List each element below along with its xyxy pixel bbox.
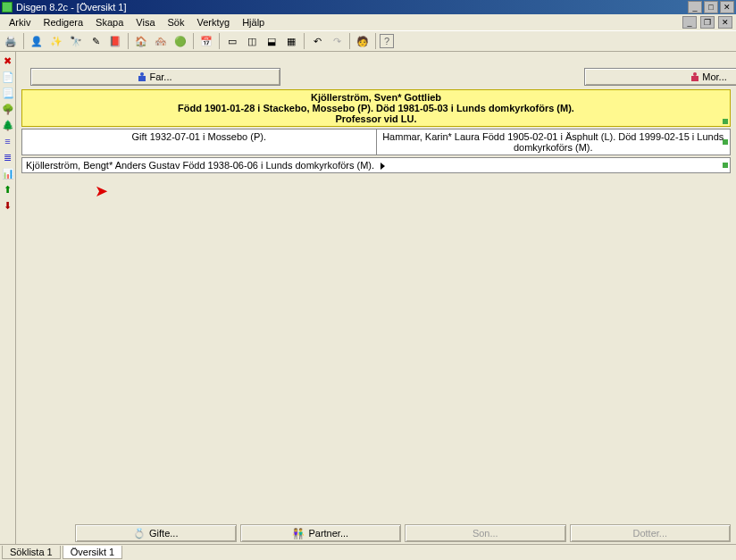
workspace: ✖ 📄 📃 🌳 🌲 ≡ ≣ 📊 ⬆ ⬇ Far... Mor... Kjölle…: [0, 52, 736, 544]
pen-icon[interactable]: ✎: [87, 32, 105, 50]
side-tree2-icon[interactable]: 🌲: [1, 118, 15, 132]
side-close-icon[interactable]: ✖: [1, 54, 15, 68]
menubar: Arkiv Redigera Skapa Visa Sök Verktyg Hj…: [4, 16, 681, 29]
minimize-button[interactable]: _: [688, 1, 702, 13]
titlebar: Disgen 8.2c - [Översikt 1] _ □ ✕: [0, 0, 736, 14]
father-label: Far...: [149, 71, 171, 82]
son-label: Son...: [473, 528, 498, 539]
menu-sok[interactable]: Sök: [163, 16, 190, 29]
print-icon[interactable]: 🖨️: [2, 32, 20, 50]
mdi-minimize-button[interactable]: _: [682, 16, 697, 29]
expand-icon: [381, 163, 385, 170]
rings-icon: 💍: [133, 528, 146, 539]
side-chart-icon[interactable]: 📊: [1, 166, 15, 180]
child-text: Kjöllerström, Bengt* Anders Gustav Född …: [26, 160, 374, 171]
menu-arkiv[interactable]: Arkiv: [4, 16, 36, 29]
couple-icon: 👫: [292, 528, 305, 539]
toolbar-separator: [128, 33, 129, 49]
mdi-close-button[interactable]: ✕: [718, 16, 732, 29]
female-icon: [691, 72, 698, 81]
side-list1-icon[interactable]: ≡: [1, 134, 15, 148]
tab-oversikt[interactable]: Översikt 1: [63, 546, 123, 559]
side-tree1-icon[interactable]: 🌳: [1, 102, 15, 116]
person-icon[interactable]: 👤: [28, 32, 46, 50]
toolbar: 🖨️ 👤 ✨ 🔭 ✎ 📕 🏠 🏘️ 🟢 📅 ▭ ◫ ⬓ ▦ ↶ ↷ 🧑 ?: [0, 30, 736, 52]
menubar-row: Arkiv Redigera Skapa Visa Sök Verktyg Hj…: [0, 14, 736, 30]
mother-button[interactable]: Mor...: [584, 68, 736, 86]
person-birth-death: Född 1901-01-28 i Stackebo, Mossebo (P).…: [178, 103, 574, 113]
book-icon[interactable]: 📕: [106, 32, 124, 50]
bottom-buttons: 💍 Gifte... 👫 Partner... Son... Dotter...: [16, 522, 736, 544]
binoculars-icon[interactable]: 🔭: [67, 32, 85, 50]
son-button[interactable]: Son...: [405, 524, 566, 542]
parents-row: Far... Mor...: [16, 52, 736, 88]
toolbar-separator: [304, 33, 305, 49]
side-doc-icon[interactable]: 📄: [1, 70, 15, 84]
partner-label: Partner...: [308, 528, 348, 539]
mother-label: Mor...: [702, 71, 727, 82]
side-up-icon[interactable]: ⬆: [1, 182, 15, 196]
maximize-button[interactable]: □: [704, 1, 718, 13]
split-vert-icon[interactable]: ◫: [243, 32, 261, 50]
globe-icon[interactable]: 🟢: [171, 32, 189, 50]
menu-skapa[interactable]: Skapa: [90, 16, 129, 29]
focus-person-banner[interactable]: Kjöllerström, Sven* Gottlieb Född 1901-0…: [21, 89, 731, 127]
cursor-icon: ➤: [95, 181, 108, 201]
toolbar-separator: [349, 33, 350, 49]
gifte-button[interactable]: 💍 Gifte...: [75, 524, 237, 542]
marriage-text: Gift 1932-07-01 i Mossebo (P).: [132, 131, 266, 142]
tab-soklista[interactable]: Söklista 1: [2, 546, 61, 559]
window-title: Disgen 8.2c - [Översikt 1]: [16, 2, 686, 13]
spouse-text: Hammar, Karin* Laura Född 1905-02-01 i Ä…: [382, 131, 723, 153]
partner-button[interactable]: 👫 Partner...: [240, 524, 402, 542]
undo-icon[interactable]: ↶: [308, 32, 326, 50]
person-name: Kjöllerström, Sven* Gottlieb: [311, 92, 441, 103]
statusbar: Söklista 1 Översikt 1: [0, 544, 736, 560]
help-icon[interactable]: ?: [380, 34, 394, 48]
side-list2-icon[interactable]: ≣: [1, 150, 15, 164]
split-horiz-icon[interactable]: ⬓: [263, 32, 280, 50]
toolbar-separator: [193, 33, 194, 49]
spouse-cell[interactable]: Hammar, Karin* Laura Född 1905-02-01 i Ä…: [377, 129, 732, 155]
gifte-label: Gifte...: [149, 528, 178, 539]
detail-marker-icon: [723, 119, 728, 124]
menu-visa[interactable]: Visa: [130, 16, 160, 29]
homes-icon[interactable]: 🏘️: [152, 32, 170, 50]
person-occupation: Professor vid LU.: [335, 113, 416, 124]
menu-hjalp[interactable]: Hjälp: [237, 16, 270, 29]
app-icon: [2, 2, 13, 13]
toolbar-separator: [23, 33, 24, 49]
side-page-icon[interactable]: 📃: [1, 86, 15, 100]
toolbar-separator: [219, 33, 220, 49]
mdi-controls: _ ❐ ✕: [681, 16, 732, 29]
marriage-cell[interactable]: Gift 1932-07-01 i Mossebo (P).: [21, 129, 377, 155]
redo-icon[interactable]: ↷: [328, 32, 346, 50]
dotter-label: Dotter...: [632, 528, 667, 539]
close-button[interactable]: ✕: [720, 1, 734, 13]
side-down-icon[interactable]: ⬇: [1, 198, 15, 213]
home-icon[interactable]: 🏠: [132, 32, 150, 50]
dotter-button[interactable]: Dotter...: [570, 524, 732, 542]
detail-marker-icon: [723, 139, 728, 145]
child-row[interactable]: Kjöllerström, Bengt* Anders Gustav Född …: [21, 157, 731, 173]
sidebar: ✖ 📄 📃 🌳 🌲 ≡ ≣ 📊 ⬆ ⬇: [0, 52, 16, 544]
male-icon: [138, 72, 146, 81]
calendar-icon[interactable]: 📅: [197, 32, 215, 50]
detail-marker-icon: [723, 163, 728, 168]
single-pane-icon[interactable]: ▭: [223, 32, 241, 50]
father-button[interactable]: Far...: [30, 68, 280, 86]
marriage-row: Gift 1932-07-01 i Mossebo (P). Hammar, K…: [21, 129, 731, 155]
mdi-restore-button[interactable]: ❐: [700, 16, 715, 29]
wand-icon[interactable]: ✨: [47, 32, 65, 50]
menu-verktyg[interactable]: Verktyg: [191, 16, 235, 29]
tile-icon[interactable]: ▦: [282, 32, 300, 50]
content-area: Far... Mor... Kjöllerström, Sven* Gottli…: [16, 52, 736, 544]
menu-redigera[interactable]: Redigera: [38, 16, 88, 29]
toolbar-separator: [375, 33, 376, 49]
marker-icon[interactable]: 🧑: [354, 32, 372, 50]
